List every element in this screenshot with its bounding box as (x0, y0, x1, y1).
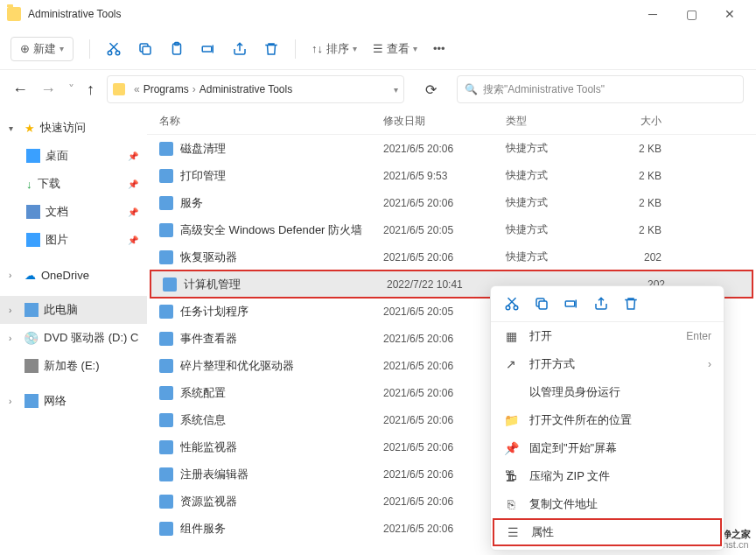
file-name: 组件服务 (180, 521, 383, 537)
cm-zip[interactable]: 🗜压缩为 ZIP 文件 (491, 462, 724, 490)
col-size[interactable]: 大小 (609, 114, 662, 129)
share-button[interactable] (232, 41, 248, 57)
sidebar-onedrive[interactable]: ›☁OneDrive (0, 261, 147, 289)
minimize-button[interactable]: ─ (634, 2, 672, 26)
crumb-programs[interactable]: Programs (144, 83, 189, 95)
sidebar-dvd[interactable]: ›💿DVD 驱动器 (D:) CC (0, 324, 147, 352)
sidebar-documents[interactable]: 文档📌 (0, 198, 147, 226)
refresh-button[interactable]: ⟳ (416, 81, 444, 98)
file-row[interactable]: 服务 2021/6/5 20:06 快捷方式 2 KB (147, 189, 756, 216)
breadcrumb[interactable]: « Programs › Administrative Tools ▾ (107, 75, 404, 103)
col-date[interactable]: 修改日期 (383, 114, 506, 129)
cm-copy-icon[interactable] (533, 295, 550, 313)
file-size: 202 (609, 251, 662, 263)
sidebar: ▾★快速访问 桌面📌 ↓下载📌 文档📌 图片📌 ›☁OneDrive ›此电脑 … (0, 109, 147, 543)
file-name: 计算机管理 (184, 277, 387, 292)
file-type: 快捷方式 (506, 141, 609, 156)
file-row[interactable]: 打印管理 2021/6/5 9:53 快捷方式 2 KB (147, 162, 756, 189)
file-type: 快捷方式 (506, 195, 609, 210)
svg-rect-8 (539, 301, 547, 309)
cm-copypath[interactable]: ⎘复制文件地址 (491, 490, 724, 518)
file-name: 磁盘清理 (180, 141, 383, 157)
file-date: 2021/6/5 20:05 (383, 306, 506, 318)
sidebar-pictures[interactable]: 图片📌 (0, 226, 147, 254)
file-icon (159, 169, 173, 183)
column-header[interactable]: 名称 修改日期 类型 大小 (147, 109, 756, 135)
openwith-icon: ↗ (503, 356, 519, 372)
up-dir-button[interactable]: ↑ (87, 81, 94, 99)
file-date: 2021/6/5 20:06 (383, 333, 506, 345)
cm-share-icon[interactable] (592, 295, 610, 313)
view-icon: ☰ (373, 42, 383, 55)
context-menu: ▦打开Enter ↗打开方式› 以管理员身份运行 📁打开文件所在的位置 📌固定到… (490, 285, 724, 551)
close-button[interactable]: ✕ (710, 2, 749, 26)
file-name: 系统配置 (180, 385, 383, 401)
separator (89, 39, 90, 59)
file-size: 2 KB (609, 224, 662, 236)
cm-pin[interactable]: 📌固定到"开始"屏幕 (491, 434, 724, 462)
search-input[interactable]: 🔍 搜索"Administrative Tools" (457, 75, 744, 103)
rename-button[interactable] (200, 41, 216, 57)
sidebar-newvol[interactable]: 新加卷 (E:) (0, 352, 147, 380)
cm-open[interactable]: ▦打开Enter (491, 322, 724, 350)
maximize-button[interactable]: ▢ (672, 2, 710, 26)
file-size: 2 KB (609, 170, 662, 182)
sort-button[interactable]: ↑↓ 排序 ▾ (312, 41, 357, 57)
sidebar-quick-access[interactable]: ▾★快速访问 (0, 114, 147, 142)
svg-point-6 (506, 306, 510, 310)
cm-rename-icon[interactable] (563, 295, 580, 313)
col-type[interactable]: 类型 (506, 114, 609, 129)
view-button[interactable]: ☰ 查看 ▾ (373, 41, 417, 57)
chevron-down-icon[interactable]: ▾ (394, 85, 398, 95)
new-button[interactable]: ⊕ 新建 ▾ (10, 37, 74, 61)
cm-openloc[interactable]: 📁打开文件所在的位置 (491, 406, 724, 434)
chevron-down-icon: ▾ (413, 44, 417, 53)
file-size: 2 KB (609, 197, 662, 209)
delete-button[interactable] (263, 41, 279, 57)
file-name: 服务 (180, 195, 383, 211)
file-date: 2021/6/5 20:06 (383, 495, 506, 508)
file-date: 2021/6/5 20:06 (383, 143, 506, 155)
sidebar-this-pc[interactable]: ›此电脑 (0, 296, 147, 324)
forward-button[interactable]: → (40, 81, 56, 99)
cut-button[interactable] (106, 41, 122, 57)
cm-runas[interactable]: 以管理员身份运行 (491, 378, 724, 406)
file-row[interactable]: 高级安全 Windows Defender 防火墙 2021/6/5 20:05… (147, 216, 756, 243)
file-icon (159, 142, 173, 156)
file-icon (159, 440, 173, 454)
folder-icon (7, 7, 21, 21)
crumb-admintools[interactable]: Administrative Tools (200, 83, 293, 95)
col-name[interactable]: 名称 (159, 114, 383, 129)
back-button[interactable]: ← (12, 81, 28, 99)
sidebar-network[interactable]: ›网络 (0, 387, 147, 415)
file-icon (159, 386, 173, 400)
cm-properties[interactable]: ☰属性 (493, 518, 722, 546)
file-row[interactable]: 磁盘清理 2021/6/5 20:06 快捷方式 2 KB (147, 135, 756, 162)
paste-button[interactable] (169, 41, 185, 57)
up-button[interactable]: ˅ (68, 82, 74, 96)
cm-openwith[interactable]: ↗打开方式› (491, 350, 724, 378)
open-icon: ▦ (503, 328, 519, 344)
folder-icon: 📁 (503, 412, 519, 428)
file-date: 2021/6/5 20:05 (383, 224, 506, 236)
cm-delete-icon[interactable] (622, 295, 640, 313)
sidebar-desktop[interactable]: 桌面📌 (0, 142, 147, 170)
file-icon (159, 250, 173, 264)
file-name: 碎片整理和优化驱动器 (180, 358, 383, 374)
copy-button[interactable] (137, 41, 153, 57)
file-row[interactable]: 恢复驱动器 2021/6/5 20:06 快捷方式 202 (147, 243, 756, 270)
sidebar-downloads[interactable]: ↓下载📌 (0, 170, 147, 198)
file-icon (159, 467, 173, 481)
file-date: 2021/6/5 20:06 (383, 360, 506, 372)
file-type: 快捷方式 (506, 249, 609, 264)
titlebar: Administrative Tools ─ ▢ ✕ (0, 0, 756, 28)
chevron-down-icon: ▾ (60, 44, 64, 53)
file-type: 快捷方式 (506, 222, 609, 237)
cm-cut-icon[interactable] (503, 295, 521, 313)
file-icon (159, 332, 173, 346)
properties-icon: ☰ (505, 524, 521, 540)
svg-rect-2 (143, 46, 150, 54)
file-name: 打印管理 (180, 168, 383, 184)
chevron-down-icon: ▾ (353, 44, 357, 53)
more-button[interactable]: ••• (433, 42, 445, 55)
